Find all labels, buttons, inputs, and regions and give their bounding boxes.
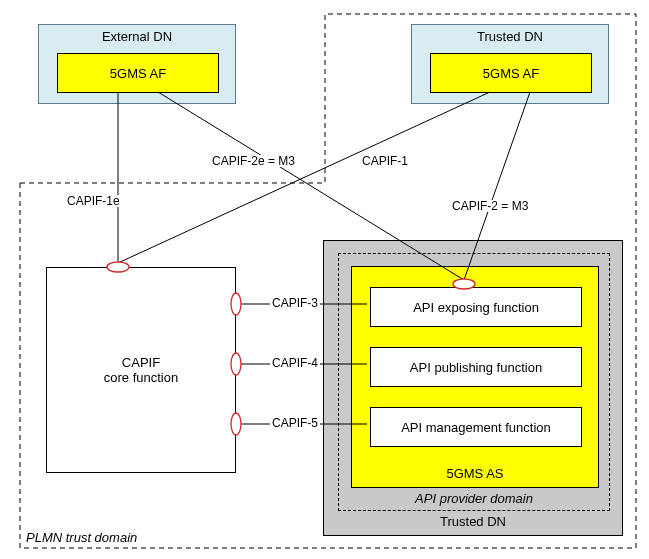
if-capif-2: CAPIF-2 = M3 xyxy=(450,200,530,212)
as-label: 5GMS AS xyxy=(352,466,598,481)
if-capif-1: CAPIF-1 xyxy=(360,155,410,167)
svg-line-2 xyxy=(118,92,490,263)
api-publish-box: API publishing function xyxy=(370,347,582,387)
trusted-af-box: 5GMS AF xyxy=(430,53,592,93)
trusted-dn-bottom-box: Trusted DN API provider domain 5GMS AS A… xyxy=(323,240,623,536)
trusted-dn-top-title: Trusted DN xyxy=(412,29,608,44)
capif-core-box: CAPIF core function xyxy=(46,267,236,473)
external-af-box: 5GMS AF xyxy=(57,53,219,93)
external-af-label: 5GMS AF xyxy=(110,66,166,81)
trusted-dn-top-box: Trusted DN 5GMS AF xyxy=(411,24,609,104)
api-manage-label: API management function xyxy=(401,420,551,435)
if-capif-5: CAPIF-5 xyxy=(270,417,320,429)
capif-core-label-2: core function xyxy=(104,370,178,385)
trusted-dn-bottom-title: Trusted DN xyxy=(324,514,622,529)
plmn-domain-label: PLMN trust domain xyxy=(26,530,137,545)
trusted-af-label: 5GMS AF xyxy=(483,66,539,81)
api-publish-label: API publishing function xyxy=(410,360,542,375)
if-capif-3: CAPIF-3 xyxy=(270,297,320,309)
api-provider-domain-title: API provider domain xyxy=(339,491,609,506)
api-provider-domain-box: API provider domain 5GMS AS API exposing… xyxy=(338,253,610,511)
if-capif-4: CAPIF-4 xyxy=(270,357,320,369)
api-manage-box: API management function xyxy=(370,407,582,447)
capif-core-label-1: CAPIF xyxy=(122,355,160,370)
external-dn-title: External DN xyxy=(39,29,235,44)
api-expose-box: API exposing function xyxy=(370,287,582,327)
if-capif-1e: CAPIF-1e xyxy=(65,195,122,207)
external-dn-box: External DN 5GMS AF xyxy=(38,24,236,104)
as-box: 5GMS AS API exposing function API publis… xyxy=(351,266,599,488)
if-capif-2e: CAPIF-2e = M3 xyxy=(210,155,297,167)
api-expose-label: API exposing function xyxy=(413,300,539,315)
